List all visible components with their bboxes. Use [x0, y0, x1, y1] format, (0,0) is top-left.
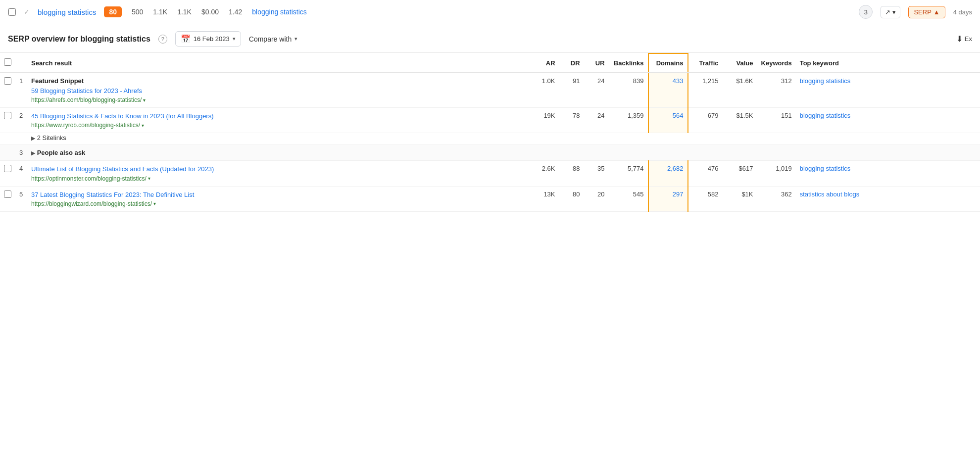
export-button[interactable]: ⬇ Ex [956, 34, 972, 44]
row-select-checkbox[interactable] [4, 112, 11, 119]
th-keywords: Keywords [757, 53, 796, 73]
dr-value: 91 [559, 73, 584, 108]
row-select-checkbox[interactable] [4, 165, 11, 172]
row-checkbox-cell[interactable] [0, 73, 15, 108]
backlinks-value[interactable]: 839 [609, 73, 648, 108]
stat-cpc: $0.00 [201, 8, 219, 16]
result-title-link[interactable]: 59 Blogging Statistics for 2023 - Ahrefs [31, 87, 142, 95]
url-dropdown-icon[interactable]: ▾ [153, 201, 156, 206]
ar-value: 2.6K [535, 161, 559, 186]
ur-value: 35 [584, 161, 609, 186]
keyword-link2[interactable]: blogging statistics [252, 8, 307, 16]
result-url-link[interactable]: https://bloggingwizard.com/blogging-stat… [31, 200, 152, 207]
keyword-link[interactable]: blogging statistics [38, 8, 96, 16]
row-checkbox-cell[interactable] [0, 161, 15, 186]
sitelinks-label: 2 Sitelinks [37, 134, 66, 142]
table-row: 1 Featured Snippet 59 Blogging Statistic… [0, 73, 980, 108]
th-num [15, 53, 27, 73]
sitelinks-row: ▶ 2 Sitelinks [0, 133, 980, 145]
ar-value: 19K [535, 108, 559, 133]
keywords-value[interactable]: 362 [757, 186, 796, 211]
result-title-link[interactable]: Ultimate List of Blogging Statistics and… [31, 165, 214, 173]
th-domains: Domains [648, 53, 688, 73]
url-dropdown-icon[interactable]: ▾ [143, 97, 146, 103]
featured-snippet-label: Featured Snippet [31, 77, 84, 85]
th-search-result: Search result [27, 53, 535, 73]
value-value: $1.6K [723, 73, 757, 108]
dr-value: 80 [559, 186, 584, 211]
result-cell: Ultimate List of Blogging Statistics and… [27, 161, 535, 186]
th-ar: AR [535, 53, 559, 73]
serp-up-icon: ▲ [933, 8, 940, 16]
ar-value: 1.0K [535, 73, 559, 108]
traffic-value: 679 [688, 108, 723, 133]
backlinks-value[interactable]: 5,774 [609, 161, 648, 186]
url-dropdown-icon[interactable]: ▾ [148, 176, 150, 181]
help-icon[interactable]: ? [158, 35, 167, 44]
days-label: 4 days [953, 8, 972, 16]
domains-value: 2,682 [648, 161, 688, 186]
result-url-link[interactable]: https://www.ryrob.com/blogging-statistic… [31, 122, 140, 129]
stat-traffic2: 1.1K [177, 8, 192, 16]
top-keyword-value: blogging statistics [796, 108, 980, 133]
backlinks-value[interactable]: 545 [609, 186, 648, 211]
trend-button[interactable]: ↗ ▾ [881, 6, 900, 18]
sitelinks-expand-icon[interactable]: ▶ [31, 135, 35, 141]
th-value: Value [723, 53, 757, 73]
row-number: 2 [15, 108, 27, 133]
th-top-keyword: Top keyword [796, 53, 980, 73]
keywords-value[interactable]: 151 [757, 108, 796, 133]
result-url-link[interactable]: https://ahrefs.com/blog/blogging-statist… [31, 96, 142, 103]
serp-overview-header: SERP overview for blogging statistics ? … [0, 24, 980, 53]
th-dr: DR [559, 53, 584, 73]
result-url-link[interactable]: https://optinmonster.com/blogging-statis… [31, 175, 147, 182]
row-checkbox-cell[interactable] [0, 186, 15, 211]
trend-dropdown-icon: ▾ [892, 8, 896, 16]
traffic-value: 476 [688, 161, 723, 186]
compare-with-button[interactable]: Compare with ▾ [249, 35, 297, 43]
paa-expand-icon[interactable]: ▶ [31, 150, 35, 156]
row-checkbox[interactable] [8, 8, 16, 16]
stat-traffic1: 1.1K [153, 8, 167, 16]
result-cell: Featured Snippet 59 Blogging Statistics … [27, 73, 535, 108]
row-select-checkbox[interactable] [4, 77, 11, 85]
serp-overview-title: SERP overview for blogging statistics [8, 35, 150, 44]
dr-value: 88 [559, 161, 584, 186]
select-all-checkbox[interactable] [4, 58, 11, 66]
table-row: 2 45 Blogging Statistics & Facts to Know… [0, 108, 980, 133]
keywords-value[interactable]: 312 [757, 73, 796, 108]
result-title-link[interactable]: 37 Latest Blogging Statistics For 2023: … [31, 191, 194, 198]
export-label: Ex [965, 35, 972, 43]
paa-cell: ▶ People also ask [27, 145, 980, 161]
paa-num: 3 [15, 145, 27, 161]
check-icon: ✓ [24, 8, 30, 16]
count-badge: 3 [859, 5, 873, 19]
people-also-ask-row: 3 ▶ People also ask [0, 145, 980, 161]
compare-label: Compare with [249, 35, 292, 43]
paa-checkbox-cell [0, 145, 15, 161]
th-backlinks: Backlinks [609, 53, 648, 73]
date-label: 16 Feb 2023 [194, 35, 230, 43]
url-dropdown-icon[interactable]: ▾ [142, 123, 144, 128]
row-select-checkbox[interactable] [4, 190, 11, 198]
date-selector[interactable]: 📅 16 Feb 2023 ▾ [175, 31, 241, 47]
ur-value: 24 [584, 108, 609, 133]
sitelinks-cell: ▶ 2 Sitelinks [27, 133, 980, 145]
serp-button[interactable]: SERP ▲ [908, 6, 945, 18]
traffic-value: 1,215 [688, 73, 723, 108]
result-cell: 37 Latest Blogging Statistics For 2023: … [27, 186, 535, 211]
backlinks-value[interactable]: 1,359 [609, 108, 648, 133]
result-title-link[interactable]: 45 Blogging Statistics & Facts to Know i… [31, 112, 214, 120]
value-value: $617 [723, 161, 757, 186]
ur-value: 24 [584, 73, 609, 108]
value-value: $1K [723, 186, 757, 211]
row-number: 4 [15, 161, 27, 186]
top-keyword-value: blogging statistics [796, 161, 980, 186]
top-bar: ✓ blogging statistics 80 500 1.1K 1.1K $… [0, 0, 980, 24]
th-traffic: Traffic [688, 53, 723, 73]
compare-chevron-icon: ▾ [294, 36, 297, 42]
chevron-down-icon: ▾ [233, 36, 236, 42]
row-checkbox-cell[interactable] [0, 108, 15, 133]
th-checkbox [0, 53, 15, 73]
keywords-value[interactable]: 1,019 [757, 161, 796, 186]
